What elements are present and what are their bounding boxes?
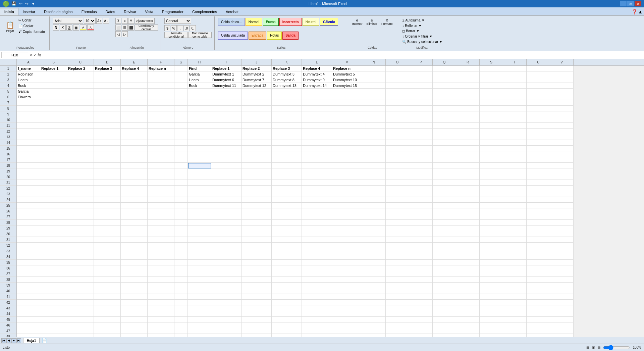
border-button[interactable]: ▦	[73, 24, 79, 31]
cell-j34[interactable]	[241, 254, 272, 260]
cell-r47[interactable]	[456, 328, 480, 334]
cell-q34[interactable]	[433, 254, 456, 260]
cell-b2[interactable]	[40, 71, 67, 77]
cell-e26[interactable]	[121, 208, 148, 214]
cell-c6[interactable]	[67, 94, 94, 100]
cell-g12[interactable]	[174, 129, 188, 134]
cell-j22[interactable]	[241, 186, 272, 191]
cell-h22[interactable]	[188, 186, 211, 191]
cell-e21[interactable]	[121, 180, 148, 186]
cell-v44[interactable]	[550, 311, 574, 317]
cell-n13[interactable]	[362, 134, 386, 140]
cell-k32[interactable]	[272, 243, 302, 248]
percent-button[interactable]: %	[171, 25, 177, 31]
cell-u17[interactable]	[527, 157, 550, 163]
row-header-22[interactable]: 22	[0, 186, 16, 191]
cell-m1[interactable]: Replace n	[332, 66, 362, 71]
cell-j16[interactable]	[241, 151, 272, 157]
cell-f41[interactable]	[148, 294, 174, 300]
cell-f19[interactable]	[148, 168, 174, 174]
row-header-37[interactable]: 37	[0, 271, 16, 277]
cell-a25[interactable]	[17, 203, 40, 208]
cell-v29[interactable]	[550, 225, 574, 231]
cell-o15[interactable]	[386, 146, 409, 151]
cell-b8[interactable]	[40, 106, 67, 111]
cell-m27[interactable]	[332, 214, 362, 220]
col-header-r[interactable]: R	[456, 59, 480, 65]
cell-q28[interactable]	[433, 220, 456, 225]
cell-i11[interactable]	[211, 123, 241, 129]
cell-b27[interactable]	[40, 214, 67, 220]
cell-l13[interactable]	[302, 134, 332, 140]
cell-s41[interactable]	[480, 294, 503, 300]
font-color-button[interactable]: A	[87, 24, 94, 31]
cell-v7[interactable]	[550, 100, 574, 106]
cell-a26[interactable]	[17, 208, 40, 214]
cell-k46[interactable]	[272, 322, 302, 328]
cell-k9[interactable]	[272, 111, 302, 117]
cell-m2[interactable]: Dummytext 5	[332, 71, 362, 77]
cell-c38[interactable]	[67, 277, 94, 283]
cell-b29[interactable]	[40, 225, 67, 231]
cell-a2[interactable]: Robinson	[17, 71, 40, 77]
cell-c19[interactable]	[67, 168, 94, 174]
cell-u25[interactable]	[527, 203, 550, 208]
cell-s27[interactable]	[480, 214, 503, 220]
cell-b21[interactable]	[40, 180, 67, 186]
cell-m21[interactable]	[332, 180, 362, 186]
cell-q36[interactable]	[433, 265, 456, 271]
cell-d23[interactable]	[94, 191, 121, 197]
cell-g33[interactable]	[174, 248, 188, 254]
cell-n47[interactable]	[362, 328, 386, 334]
cell-r35[interactable]	[456, 260, 480, 265]
cell-c22[interactable]	[67, 186, 94, 191]
cell-f14[interactable]	[148, 140, 174, 146]
cell-t18[interactable]	[503, 163, 527, 168]
cell-v6[interactable]	[550, 94, 574, 100]
cell-s30[interactable]	[480, 231, 503, 237]
cell-v10[interactable]	[550, 117, 574, 123]
cell-m4[interactable]: Dummytext 15	[332, 83, 362, 89]
cell-q21[interactable]	[433, 180, 456, 186]
cell-r14[interactable]	[456, 140, 480, 146]
cell-v45[interactable]	[550, 317, 574, 322]
cell-q11[interactable]	[433, 123, 456, 129]
cell-e46[interactable]	[121, 322, 148, 328]
cell-m24[interactable]	[332, 197, 362, 203]
cell-j27[interactable]	[241, 214, 272, 220]
cell-t7[interactable]	[503, 100, 527, 106]
cell-s39[interactable]	[480, 283, 503, 288]
cell-k35[interactable]	[272, 260, 302, 265]
row-header-23[interactable]: 23	[0, 191, 16, 197]
cell-d15[interactable]	[94, 146, 121, 151]
cell-m5[interactable]	[332, 89, 362, 94]
cell-d22[interactable]	[94, 186, 121, 191]
cell-v1[interactable]	[550, 66, 574, 71]
rellenar-button[interactable]: ↓ Rellenar ▼	[400, 23, 423, 28]
cell-q19[interactable]	[433, 168, 456, 174]
cell-t6[interactable]	[503, 94, 527, 100]
col-header-a[interactable]: A	[17, 59, 40, 65]
cell-g34[interactable]	[174, 254, 188, 260]
cell-u3[interactable]	[527, 77, 550, 83]
cell-g6[interactable]	[174, 94, 188, 100]
cell-l19[interactable]	[302, 168, 332, 174]
cell-j42[interactable]	[241, 300, 272, 305]
cell-g2[interactable]	[174, 71, 188, 77]
cell-h20[interactable]	[188, 174, 211, 180]
cell-p23[interactable]	[409, 191, 433, 197]
cell-h15[interactable]	[188, 146, 211, 151]
cell-a46[interactable]	[17, 322, 40, 328]
cell-r24[interactable]	[456, 197, 480, 203]
cell-c40[interactable]	[67, 288, 94, 294]
cell-t47[interactable]	[503, 328, 527, 334]
col-header-f[interactable]: F	[148, 59, 174, 65]
row-header-28[interactable]: 28	[0, 220, 16, 225]
cell-r36[interactable]	[456, 265, 480, 271]
cell-c35[interactable]	[67, 260, 94, 265]
cell-a17[interactable]	[17, 157, 40, 163]
cell-u20[interactable]	[527, 174, 550, 180]
cell-p16[interactable]	[409, 151, 433, 157]
cell-a23[interactable]	[17, 191, 40, 197]
cell-q41[interactable]	[433, 294, 456, 300]
